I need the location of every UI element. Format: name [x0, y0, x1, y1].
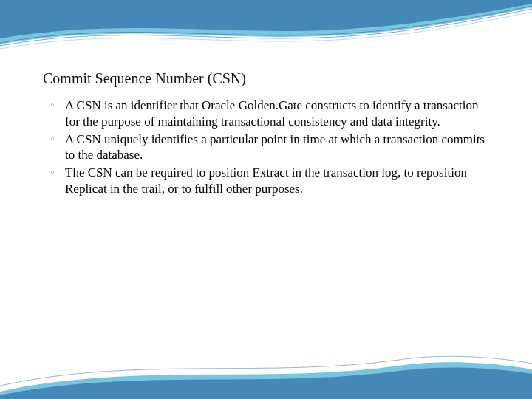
bottom-wave-decoration — [0, 340, 532, 399]
slide-content: Commit Sequence Number (CSN) A CSN is an… — [0, 0, 532, 197]
slide-title: Commit Sequence Number (CSN) — [43, 70, 491, 87]
bullet-list: A CSN is an identifier that Oracle Golde… — [43, 98, 491, 197]
list-item: The CSN can be required to position Extr… — [43, 165, 491, 197]
list-item: A CSN uniquely identifies a particular p… — [43, 132, 491, 164]
list-item: A CSN is an identifier that Oracle Golde… — [43, 98, 491, 130]
